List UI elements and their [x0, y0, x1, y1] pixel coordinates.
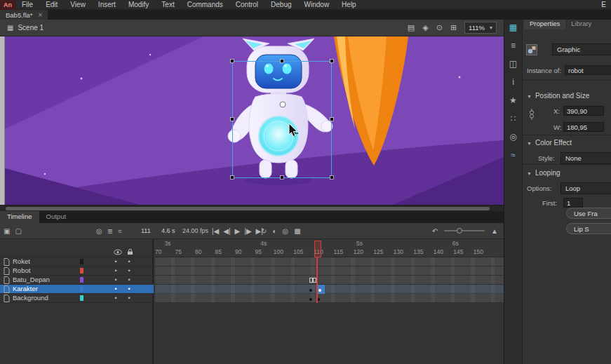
- w-value-field[interactable]: 180,95: [563, 122, 604, 132]
- new-folder-icon[interactable]: ▢: [15, 227, 21, 235]
- section-position-and-size[interactable]: ▼Position and Size: [527, 92, 589, 100]
- zoom-select[interactable]: 111% ▾: [464, 22, 497, 34]
- libraries-panel-icon[interactable]: ▦: [508, 22, 519, 33]
- menu-edit[interactable]: Edit: [39, 1, 64, 8]
- camera-icon[interactable]: ◎: [96, 227, 102, 235]
- frame-area[interactable]: 3s4s5s6s 7075808590951001051101151201251…: [155, 239, 504, 364]
- layer-row-karakter[interactable]: Karakter••: [0, 285, 154, 294]
- loop-icon[interactable]: ↻: [261, 227, 267, 235]
- layer-visibility-dot[interactable]: •: [112, 276, 119, 284]
- frame-rate-value[interactable]: 24.00 fps: [182, 223, 208, 238]
- stage-canvas[interactable]: [0, 36, 504, 205]
- tab-timeline[interactable]: Timeline: [0, 211, 39, 223]
- motion-editor-panel-icon[interactable]: ≈: [508, 150, 519, 161]
- section-expand-icon[interactable]: ▼: [527, 141, 532, 146]
- keyframe-dot[interactable]: [309, 298, 312, 301]
- panel-button-lip-s[interactable]: Lip S: [566, 223, 611, 234]
- section-color-effect[interactable]: ▼Color Effect: [527, 139, 572, 147]
- looping-options-select[interactable]: Loop: [560, 182, 611, 194]
- lock-all-icon[interactable]: [127, 245, 133, 258]
- layer-visibility-dot[interactable]: •: [112, 285, 119, 293]
- info-panel-icon[interactable]: i: [508, 77, 519, 88]
- menu-debug[interactable]: Debug: [264, 1, 297, 8]
- timeline-zoom-knob[interactable]: [457, 228, 462, 234]
- edit-symbols-icon[interactable]: ◈: [422, 23, 428, 32]
- layer-parenting-icon[interactable]: ≣: [107, 227, 113, 235]
- transform-point[interactable]: [280, 102, 286, 107]
- reset-timeline-zoom-icon[interactable]: ↶: [432, 227, 438, 235]
- center-stage-icon[interactable]: ⊞: [450, 23, 457, 32]
- section-expand-icon[interactable]: ▼: [527, 171, 532, 176]
- tab-properties[interactable]: Properties: [524, 18, 565, 29]
- color-style-select[interactable]: None: [560, 152, 611, 164]
- layer-lock-dot[interactable]: •: [126, 276, 133, 284]
- align-panel-icon[interactable]: ≡: [508, 41, 519, 51]
- layer-lock-dot[interactable]: •: [126, 294, 133, 302]
- new-layer-icon[interactable]: ▣: [4, 227, 10, 235]
- current-frame-value[interactable]: 111: [141, 223, 151, 238]
- go-first-frame-icon[interactable]: |◀: [212, 227, 219, 235]
- keyframe-dot[interactable]: [309, 289, 312, 292]
- menu-text[interactable]: Text: [155, 1, 180, 8]
- layer-visibility-dot[interactable]: •: [112, 267, 119, 275]
- keyframe-hollow[interactable]: [309, 278, 313, 283]
- play-icon[interactable]: ▶: [235, 227, 241, 235]
- layer-lock-dot[interactable]: •: [126, 267, 133, 275]
- layer-color-swatch: [80, 295, 83, 301]
- menu-insert[interactable]: Insert: [92, 1, 122, 8]
- show-hide-all-icon[interactable]: [114, 245, 122, 258]
- layer-visibility-dot[interactable]: •: [112, 257, 119, 266]
- swatches-panel-icon[interactable]: ◫: [508, 59, 519, 69]
- section-looping[interactable]: ▼Looping: [527, 169, 560, 177]
- components-panel-icon[interactable]: ∷: [508, 114, 519, 124]
- layer-row-roket[interactable]: Roket••: [0, 257, 154, 267]
- step-forward-icon[interactable]: |▶: [244, 227, 251, 235]
- ruler-frame-label: 85: [215, 248, 222, 255]
- first-frame-field[interactable]: 1: [563, 198, 583, 208]
- lens-panel-icon[interactable]: ◎: [508, 132, 519, 142]
- brushes-panel-icon[interactable]: ★: [508, 95, 519, 106]
- close-tab-icon[interactable]: ×: [39, 11, 43, 19]
- onion-skin-outline-icon[interactable]: ◎: [282, 227, 288, 235]
- stage-hscrollbar[interactable]: [0, 205, 504, 211]
- layer-lock-dot[interactable]: •: [126, 285, 133, 293]
- tab-library[interactable]: Library: [565, 18, 597, 29]
- edit-multiple-frames-icon[interactable]: ▩: [294, 227, 300, 235]
- menu-modify[interactable]: Modify: [122, 1, 155, 8]
- playhead-line[interactable]: [316, 257, 318, 303]
- scene-breadcrumb[interactable]: Scene 1: [18, 24, 43, 32]
- document-tab[interactable]: Bab5.fla* ×: [0, 10, 48, 20]
- menu-commands[interactable]: Commands: [181, 1, 229, 8]
- menu-control[interactable]: Control: [229, 1, 264, 8]
- workspace-button[interactable]: E: [596, 1, 611, 8]
- frame-grid[interactable]: [155, 257, 504, 303]
- hscrollbar-thumb[interactable]: [6, 207, 490, 210]
- section-expand-icon[interactable]: ▼: [527, 94, 532, 99]
- menu-file[interactable]: File: [15, 1, 39, 8]
- layer-lock-dot[interactable]: •: [126, 257, 133, 266]
- timeline-zoom-slider[interactable]: [444, 230, 485, 231]
- menu-help[interactable]: Help: [335, 1, 363, 8]
- layer-visibility-dot[interactable]: •: [112, 294, 119, 302]
- playhead-marker[interactable]: [314, 241, 321, 257]
- style-label: Style:: [538, 154, 555, 162]
- graph-icon[interactable]: ≈: [118, 227, 122, 235]
- ruler-frame-numbers[interactable]: 7075808590951001051101151201251301351401…: [155, 248, 504, 257]
- layer-row-robot[interactable]: Robot••: [0, 267, 154, 276]
- layer-row-batu_depan[interactable]: Batu_Depan••: [0, 276, 154, 285]
- symbol-type-select[interactable]: Graphic: [552, 43, 611, 55]
- layer-row-background[interactable]: Background••: [0, 294, 154, 303]
- frame-view-icon[interactable]: ▲: [491, 227, 498, 235]
- instance-name-field[interactable]: robot: [565, 65, 611, 75]
- menu-view[interactable]: View: [64, 1, 92, 8]
- x-value-field[interactable]: 390,90: [563, 106, 604, 116]
- step-back-icon[interactable]: ◀|: [223, 227, 230, 235]
- link-width-height-icon[interactable]: [528, 109, 536, 123]
- edit-scene-icon[interactable]: ▤: [408, 23, 415, 32]
- tab-output[interactable]: Output: [39, 211, 74, 223]
- camera-icon[interactable]: ⊙: [436, 23, 443, 32]
- panel-button-use-fra[interactable]: Use Fra: [566, 208, 611, 219]
- app-logo[interactable]: An: [0, 0, 15, 10]
- onion-skin-icon[interactable]: ◐: [272, 227, 276, 235]
- menu-window[interactable]: Window: [298, 1, 336, 8]
